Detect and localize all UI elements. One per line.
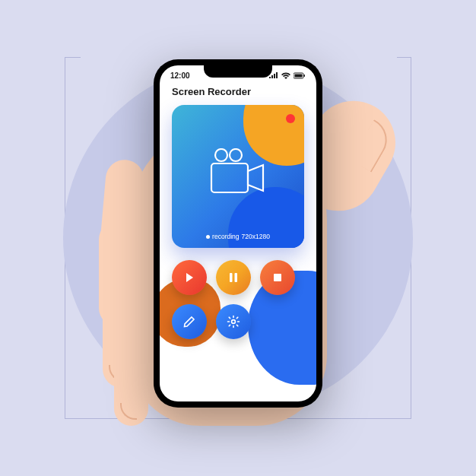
play-icon xyxy=(184,272,195,283)
controls-panel xyxy=(160,248,316,339)
svg-point-9 xyxy=(232,320,236,324)
svg-rect-1 xyxy=(295,75,303,78)
svg-rect-6 xyxy=(230,273,233,282)
svg-rect-7 xyxy=(235,273,238,282)
pause-button[interactable] xyxy=(216,260,251,295)
status-time: 12:00 xyxy=(170,71,190,80)
recording-pulse-icon xyxy=(206,235,210,239)
svg-point-3 xyxy=(215,149,227,161)
edit-button[interactable] xyxy=(172,304,207,339)
battery-icon xyxy=(294,72,306,79)
phone-frame: 12:00 Screen Recorder xyxy=(154,59,322,408)
camera-icon xyxy=(208,148,268,198)
svg-rect-2 xyxy=(304,75,306,77)
svg-rect-5 xyxy=(211,163,248,192)
recording-status: recording 720x1280 xyxy=(172,233,304,240)
record-indicator-icon xyxy=(286,114,295,123)
recording-label-text: recording xyxy=(212,233,239,240)
phone-notch xyxy=(204,65,272,78)
recording-resolution: 720x1280 xyxy=(242,233,270,240)
svg-rect-8 xyxy=(274,274,281,281)
svg-point-4 xyxy=(230,149,242,161)
gear-icon xyxy=(227,315,240,328)
pause-icon xyxy=(229,272,238,283)
stop-button[interactable] xyxy=(260,260,295,295)
app-title: Screen Recorder xyxy=(160,83,316,105)
stop-icon xyxy=(273,273,282,282)
play-button[interactable] xyxy=(172,260,207,295)
pencil-icon xyxy=(183,316,195,328)
phone-screen: 12:00 Screen Recorder xyxy=(160,65,316,401)
recording-preview[interactable]: recording 720x1280 xyxy=(172,105,304,248)
wifi-icon xyxy=(281,72,290,79)
settings-button[interactable] xyxy=(216,304,251,339)
